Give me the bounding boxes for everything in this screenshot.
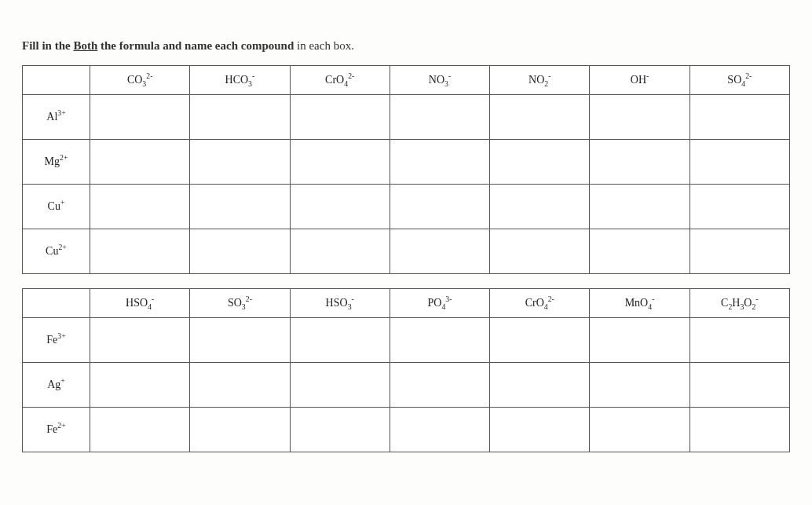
answer-cell[interactable]	[190, 95, 290, 140]
answer-cell[interactable]	[190, 185, 290, 229]
answer-cell[interactable]	[390, 318, 489, 363]
answer-cell[interactable]	[490, 229, 590, 274]
anion-header: HSO4-	[90, 289, 190, 318]
table-row: Mg2+	[23, 140, 790, 185]
answer-cell[interactable]	[490, 363, 590, 408]
anion-header: C2H3O2-	[689, 289, 789, 318]
anion-header: PO43-	[390, 289, 489, 318]
answer-cell[interactable]	[290, 229, 390, 274]
table-row: Fe2+	[23, 408, 790, 452]
answer-cell[interactable]	[90, 95, 190, 140]
answer-cell[interactable]	[90, 185, 190, 229]
cation-header: Fe2+	[23, 408, 90, 452]
answer-cell[interactable]	[390, 363, 489, 408]
answer-cell[interactable]	[290, 318, 390, 363]
answer-cell[interactable]	[490, 185, 590, 229]
answer-cell[interactable]	[90, 318, 190, 363]
answer-cell[interactable]	[390, 229, 489, 274]
answer-cell[interactable]	[190, 140, 290, 185]
instruction-middle: the formula and name each compound	[97, 39, 294, 52]
answer-cell[interactable]	[590, 95, 689, 140]
table-row: Al3+	[23, 95, 790, 140]
ion-table-1: CO32- HCO3- CrO42- NO3- NO2- OH- SO42- A…	[22, 65, 790, 274]
anion-header: NO2-	[490, 66, 590, 95]
answer-cell[interactable]	[689, 363, 789, 408]
answer-cell[interactable]	[390, 95, 489, 140]
answer-cell[interactable]	[590, 140, 689, 185]
anion-header: CrO42-	[490, 289, 590, 318]
table1-header-row: CO32- HCO3- CrO42- NO3- NO2- OH- SO42-	[23, 66, 790, 95]
answer-cell[interactable]	[490, 408, 590, 452]
anion-header: CO32-	[90, 66, 190, 95]
anion-header: MnO4-	[590, 289, 689, 318]
cation-header: Cu+	[23, 185, 90, 229]
instruction-line: Fill in the Both the formula and name ea…	[22, 39, 790, 53]
cation-header: Mg2+	[23, 140, 90, 185]
answer-cell[interactable]	[290, 95, 390, 140]
table-row: Cu2+	[23, 229, 790, 274]
answer-cell[interactable]	[90, 408, 190, 452]
answer-cell[interactable]	[490, 140, 590, 185]
answer-cell[interactable]	[689, 95, 789, 140]
answer-cell[interactable]	[590, 185, 689, 229]
cation-header: Cu2+	[23, 229, 90, 274]
cation-header: Fe3+	[23, 318, 90, 363]
table1-corner-cell	[23, 66, 90, 95]
answer-cell[interactable]	[689, 318, 789, 363]
anion-header: HCO3-	[190, 66, 290, 95]
instruction-suffix: in each box.	[294, 39, 354, 52]
answer-cell[interactable]	[590, 363, 689, 408]
worksheet-page: Fill in the Both the formula and name ea…	[0, 0, 812, 482]
answer-cell[interactable]	[90, 140, 190, 185]
answer-cell[interactable]	[290, 185, 390, 229]
answer-cell[interactable]	[490, 318, 590, 363]
cation-header: Al3+	[23, 95, 90, 140]
answer-cell[interactable]	[689, 229, 789, 274]
anion-header: SO32-	[190, 289, 290, 318]
answer-cell[interactable]	[190, 363, 290, 408]
table2-corner-cell	[23, 289, 90, 318]
answer-cell[interactable]	[689, 185, 789, 229]
answer-cell[interactable]	[90, 229, 190, 274]
cation-header: Ag+	[23, 363, 90, 408]
answer-cell[interactable]	[590, 318, 689, 363]
instruction-underlined: Both	[73, 39, 97, 52]
answer-cell[interactable]	[490, 95, 590, 140]
answer-cell[interactable]	[390, 408, 489, 452]
answer-cell[interactable]	[390, 140, 489, 185]
answer-cell[interactable]	[390, 185, 489, 229]
answer-cell[interactable]	[190, 229, 290, 274]
table-row: Fe3+	[23, 318, 790, 363]
answer-cell[interactable]	[590, 408, 689, 452]
answer-cell[interactable]	[689, 408, 789, 452]
answer-cell[interactable]	[689, 140, 789, 185]
anion-header: CrO42-	[290, 66, 390, 95]
anion-header: SO42-	[689, 66, 789, 95]
answer-cell[interactable]	[90, 363, 190, 408]
answer-cell[interactable]	[190, 408, 290, 452]
answer-cell[interactable]	[290, 363, 390, 408]
instruction-prefix: Fill in the	[22, 39, 73, 52]
answer-cell[interactable]	[290, 140, 390, 185]
anion-header: HSO3-	[290, 289, 390, 318]
table-row: Cu+	[23, 185, 790, 229]
answer-cell[interactable]	[290, 408, 390, 452]
table-row: Ag+	[23, 363, 790, 408]
answer-cell[interactable]	[190, 318, 290, 363]
ion-table-2: HSO4- SO32- HSO3- PO43- CrO42- MnO4- C2H…	[22, 288, 790, 452]
table2-header-row: HSO4- SO32- HSO3- PO43- CrO42- MnO4- C2H…	[23, 289, 790, 318]
anion-header: NO3-	[390, 66, 489, 95]
answer-cell[interactable]	[590, 229, 689, 274]
anion-header: OH-	[590, 66, 689, 95]
